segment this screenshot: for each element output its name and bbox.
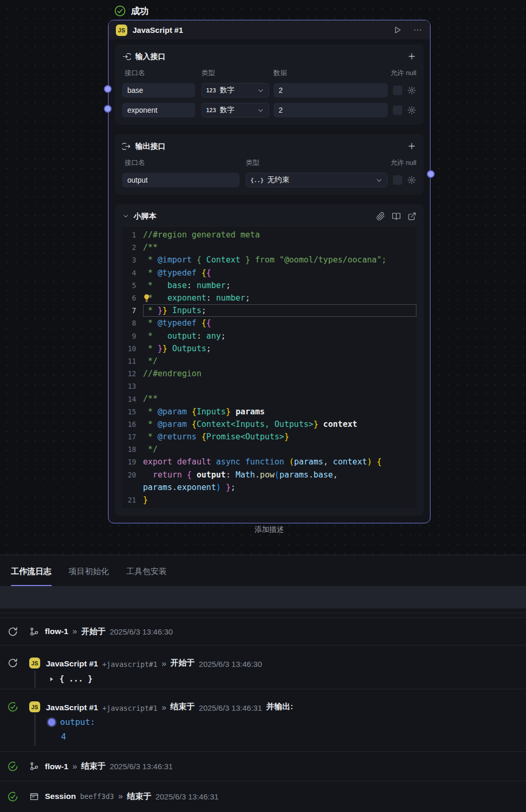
- code-line[interactable]: 6 * exponent: number;: [122, 292, 416, 304]
- spinner-icon: [7, 658, 18, 668]
- code-text: * @param {Inputs} params: [143, 405, 416, 418]
- output-port-output[interactable]: [427, 170, 435, 178]
- code-text: * output: any;: [143, 330, 416, 342]
- line-number: 9: [122, 332, 136, 340]
- allow-null-checkbox[interactable]: [393, 105, 402, 115]
- allow-null-checkbox[interactable]: [393, 175, 402, 185]
- inputs-section-title: 输入接口: [135, 52, 165, 62]
- code-line[interactable]: 15 * @param {Inputs} params: [122, 405, 416, 418]
- port-name-field[interactable]: output: [122, 173, 240, 187]
- port-name-field[interactable]: exponent: [122, 103, 195, 117]
- port-type-label: 数字: [220, 105, 253, 115]
- port-settings-icon[interactable]: [407, 175, 416, 185]
- port-type-select[interactable]: {..}无约束: [246, 173, 388, 187]
- quickfix-lightbulb-icon[interactable]: [142, 293, 151, 303]
- run-node-button[interactable]: [392, 25, 402, 35]
- code-line[interactable]: 9 * output: any;: [122, 330, 416, 342]
- port-type-select[interactable]: 123数字: [201, 103, 269, 117]
- log-main-line: JSJavaScript #1+javascript#1»结束于2025/6/3…: [7, 689, 518, 713]
- log-entry-name: JavaScript #1: [46, 659, 98, 668]
- code-line[interactable]: 4 * @typedef {{: [122, 267, 416, 279]
- input-arrow-icon: [122, 52, 131, 61]
- outputs-section: 输出接口 接口名 类型 允许 null output{..}无约束: [115, 134, 424, 195]
- collapsed-json[interactable]: { ... }: [59, 674, 92, 684]
- docs-book-icon[interactable]: [392, 212, 401, 221]
- port-data-field[interactable]: 2: [273, 103, 388, 117]
- log-detail: output:4: [34, 713, 518, 746]
- flow-canvas[interactable]: 成功 JS JavaScript #1: [0, 0, 526, 555]
- add-description-button[interactable]: 添加描述: [108, 525, 431, 534]
- node-header[interactable]: JS JavaScript #1: [109, 20, 430, 40]
- js-node-icon: JS: [29, 701, 40, 712]
- code-text: * base: number;: [143, 279, 416, 292]
- log-timestamp: 2025/6/3 13:46:30: [199, 660, 262, 668]
- port-name-field[interactable]: base: [122, 83, 195, 98]
- code-line[interactable]: 3 * @import { Context } from "@oomol/typ…: [122, 254, 416, 266]
- double-arrow-separator: »: [162, 659, 166, 668]
- code-line[interactable]: 14/**: [122, 392, 416, 405]
- add-output-button[interactable]: [407, 141, 416, 151]
- javascript-node[interactable]: JS JavaScript #1 输入接口: [108, 20, 431, 523]
- code-line[interactable]: 1//#region generated meta: [122, 229, 416, 241]
- log-row: JSJavaScript #1+javascript#1»开始于2025/6/3…: [0, 646, 526, 689]
- app-root: 成功 JS JavaScript #1: [0, 0, 526, 812]
- node-body: 输入接口 接口名 类型 数据 允许 null base123数字2exponen…: [109, 40, 430, 523]
- line-number: 11: [122, 357, 136, 365]
- code-line[interactable]: 19export default async function (params,…: [122, 456, 416, 468]
- panel-tab-2[interactable]: 工具包安装: [126, 566, 167, 586]
- log-main-line: JSJavaScript #1+javascript#1»开始于2025/6/3…: [7, 646, 518, 671]
- log-list-top-divider: [0, 613, 526, 618]
- log-entry-name: flow-1: [45, 627, 68, 636]
- attachment-icon[interactable]: [376, 212, 385, 221]
- double-arrow-separator: »: [162, 703, 166, 712]
- input-port-row: exponent123数字2: [122, 103, 416, 117]
- code-line[interactable]: 11 */: [122, 355, 416, 367]
- port-type-select[interactable]: 123数字: [201, 83, 269, 98]
- code-line[interactable]: params.exponent) };: [122, 481, 416, 494]
- code-line[interactable]: 21}: [122, 494, 416, 506]
- line-number: 16: [122, 420, 136, 428]
- expand-triangle-icon[interactable]: [48, 676, 55, 683]
- node-status-badge: 成功: [114, 5, 149, 17]
- chevron-down-icon[interactable]: [122, 212, 129, 220]
- open-external-icon[interactable]: [408, 212, 416, 221]
- code-line[interactable]: 20 return { output: Math.pow(params.base…: [122, 469, 416, 481]
- panel-tab-0[interactable]: 工作流日志: [11, 566, 52, 586]
- port-settings-icon[interactable]: [407, 105, 416, 115]
- log-detail-line: output:: [48, 717, 518, 727]
- log-entry-name: JavaScript #1: [46, 703, 98, 712]
- log-timestamp: 2025/6/3 13:46:31: [156, 792, 219, 801]
- success-check-icon: [7, 701, 18, 712]
- log-output-label: 并输出:: [266, 701, 293, 712]
- code-text: * @typedef {{: [143, 317, 416, 329]
- success-check-icon: [7, 761, 18, 772]
- add-input-button[interactable]: [407, 52, 416, 61]
- code-text: //#endregion: [143, 367, 416, 380]
- input-port-base[interactable]: [104, 85, 112, 93]
- code-line[interactable]: 5 * base: number;: [122, 279, 416, 292]
- code-line[interactable]: 12//#endregion: [122, 367, 416, 380]
- allow-null-checkbox[interactable]: [393, 86, 402, 95]
- code-editor[interactable]: 1//#region generated meta2/**3 * @import…: [122, 227, 416, 508]
- script-section-title: 小脚本: [134, 211, 157, 221]
- log-action-label: 开始于: [81, 626, 106, 637]
- log-timestamp: 2025/6/3 13:46:31: [199, 703, 262, 712]
- code-line[interactable]: 13: [122, 380, 416, 392]
- node-menu-button[interactable]: [413, 25, 423, 35]
- input-port-exponent[interactable]: [104, 105, 112, 113]
- code-text: }: [143, 494, 416, 506]
- log-toolbar[interactable]: [0, 586, 526, 608]
- code-line[interactable]: 18 */: [122, 443, 416, 456]
- log-main-line: flow-1»开始于2025/6/3 13:46:30: [7, 618, 518, 645]
- log-main-line: Sessionbeeff3d3»结束于2025/6/3 13:46:31: [7, 781, 518, 811]
- port-settings-icon[interactable]: [407, 86, 416, 95]
- port-data-field[interactable]: 2: [273, 83, 388, 98]
- code-line[interactable]: 2/**: [122, 241, 416, 254]
- code-line[interactable]: 16 * @param {Context<Inputs, Outputs>} c…: [122, 418, 416, 431]
- code-line[interactable]: 17 * @returns {Promise<Outputs>}: [122, 431, 416, 443]
- code-line[interactable]: 7 * }} Inputs;: [122, 304, 416, 317]
- panel-tab-1[interactable]: 项目初始化: [69, 566, 110, 586]
- code-line[interactable]: 8 * @typedef {{: [122, 317, 416, 329]
- port-type-label: 无约束: [267, 175, 372, 185]
- code-line[interactable]: 10 * }} Outputs;: [122, 342, 416, 355]
